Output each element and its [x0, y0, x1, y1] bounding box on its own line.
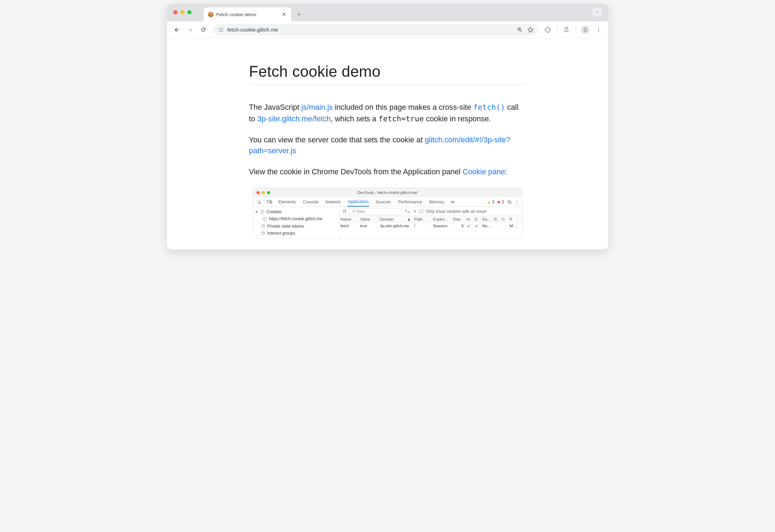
pst-tree-node[interactable]: Private state tokens — [255, 223, 337, 230]
refresh-cookies-icon[interactable] — [342, 209, 347, 214]
page-content: Fetch cookie demo The JavaScript js/main… — [167, 38, 608, 249]
devtools-menu-icon[interactable]: ⋮ — [515, 200, 519, 204]
svg-rect-13 — [267, 200, 270, 202]
avatar-icon — [581, 26, 589, 34]
tab-console[interactable]: Console — [302, 197, 319, 207]
forward-button[interactable] — [185, 24, 196, 35]
cookie-icon — [263, 217, 267, 221]
svg-point-21 — [265, 218, 265, 219]
cookie-favicon-icon: 🍪 — [208, 12, 214, 17]
site-settings-icon[interactable] — [218, 27, 224, 33]
svg-point-0 — [219, 28, 220, 29]
svg-rect-1 — [220, 28, 223, 29]
page-title: Fetch cookie demo — [249, 63, 526, 80]
close-window-button[interactable] — [173, 10, 178, 14]
cookies-panel: Filter ≡✕ ✕ Only show cookies with an is… — [339, 207, 522, 238]
close-tab-button[interactable]: ✕ — [280, 11, 288, 18]
devtools-tabbar: Elements Console Network Application Sou… — [253, 197, 522, 207]
cookie-host-row[interactable]: https://fetch-cookie.glitch.me — [255, 215, 337, 222]
svg-point-9 — [598, 28, 599, 28]
device-toggle-icon[interactable] — [267, 200, 272, 204]
cookie-filter-input[interactable]: Filter — [349, 208, 402, 215]
clear-filter-icon[interactable]: ≡✕ — [405, 208, 410, 214]
extensions-button[interactable] — [542, 24, 554, 35]
more-tabs-icon[interactable]: ≫ — [450, 200, 455, 204]
profile-button[interactable] — [580, 24, 591, 35]
minimize-window-button[interactable] — [180, 10, 185, 14]
cookie-code: fetch=true — [379, 114, 424, 123]
devtools-screenshot: DevTools - fetch-cookie.glitch.me/ Eleme… — [253, 188, 523, 239]
issues-badge[interactable]: ◉3 — [497, 200, 504, 204]
fetch-code[interactable]: fetch() — [473, 103, 505, 112]
svg-point-2 — [222, 31, 223, 32]
intro-paragraph: The JavaScript js/main.js included on th… — [249, 102, 526, 125]
mainjs-link[interactable]: js/main.js — [301, 103, 333, 112]
svg-rect-14 — [270, 201, 272, 203]
filter-icon — [352, 210, 355, 213]
tab-overflow-button[interactable] — [592, 8, 602, 16]
devtools-paragraph: View the cookie in Chrome DevTools from … — [249, 167, 526, 178]
labs-button[interactable] — [561, 24, 572, 35]
tab-performance[interactable]: Performance — [397, 197, 423, 207]
settings-gear-icon[interactable] — [507, 200, 512, 204]
tab-elements[interactable]: Elements — [278, 197, 297, 207]
tab-title: Fetch cookie demo — [216, 12, 256, 17]
svg-point-11 — [598, 31, 599, 32]
zoom-window-button[interactable] — [187, 10, 192, 14]
window-controls — [173, 10, 192, 14]
reload-button[interactable] — [198, 24, 209, 35]
filter-placeholder: Filter — [357, 209, 365, 214]
database-icon — [261, 231, 265, 235]
chrome-menu-button[interactable] — [593, 24, 604, 35]
devtools-zoom-button[interactable] — [267, 191, 270, 194]
cookie-icon — [260, 210, 265, 214]
svg-point-8 — [584, 28, 586, 30]
svg-point-23 — [262, 225, 264, 226]
svg-point-19 — [263, 217, 266, 221]
tab-strip: 🍪 Fetch cookie demo ✕ — [167, 4, 608, 21]
svg-point-20 — [264, 218, 264, 219]
svg-point-24 — [262, 232, 264, 233]
server-code-paragraph: You can view the server code that sets t… — [249, 135, 526, 157]
shared-storage-tree-node[interactable]: ▶ Shared storage — [255, 237, 337, 238]
cookies-tree-node[interactable]: ▼ Cookies — [255, 208, 337, 215]
svg-line-5 — [521, 31, 522, 32]
devtools-title-text: DevTools - fetch-cookie.glitch.me/ — [358, 190, 418, 195]
application-sidebar: ▼ Cookies https://fetch-cookie.glitch.me — [253, 207, 339, 238]
cookie-table-header: Name Value Domain ▲ Path Expire... Size … — [339, 216, 522, 223]
inspect-icon[interactable] — [256, 200, 261, 204]
svg-point-16 — [261, 211, 262, 212]
svg-rect-3 — [219, 31, 221, 31]
url-text: fetch-cookie.glitch.me — [227, 27, 512, 33]
database-icon — [261, 224, 265, 228]
new-tab-button[interactable] — [294, 9, 304, 19]
svg-point-15 — [261, 210, 264, 214]
chrome-window: 🍪 Fetch cookie demo ✕ fetch-cookie.glitc… — [167, 4, 609, 250]
interest-groups-tree-node[interactable]: Interest groups — [255, 230, 337, 237]
toolbar: fetch-cookie.glitch.me — [167, 21, 608, 38]
svg-point-18 — [262, 212, 262, 213]
bookmark-star-icon[interactable] — [526, 25, 535, 35]
devtools-close-button[interactable] — [256, 191, 260, 194]
cookie-pane-link[interactable]: Cookie pane — [463, 168, 505, 176]
tab-memory[interactable]: Memory — [428, 197, 445, 207]
back-button[interactable] — [171, 24, 182, 35]
devtools-titlebar: DevTools - fetch-cookie.glitch.me/ — [253, 188, 522, 197]
tab-network[interactable]: Network — [325, 197, 342, 207]
svg-point-22 — [265, 220, 265, 220]
devtools-minimize-button[interactable] — [262, 191, 265, 194]
svg-point-17 — [262, 211, 263, 211]
tab-application[interactable]: Application — [347, 197, 369, 207]
browser-tab[interactable]: 🍪 Fetch cookie demo ✕ — [203, 7, 291, 21]
only-issue-checkbox[interactable] — [419, 209, 423, 213]
fetch-endpoint-link[interactable]: 3p-site.glitch.me/fetch — [257, 115, 330, 123]
zoom-icon[interactable] — [515, 25, 525, 35]
address-bar[interactable]: fetch-cookie.glitch.me — [213, 24, 538, 36]
svg-point-10 — [598, 29, 599, 30]
cookie-table-row[interactable]: fetch true 3p-site.glitch.me / Session 9… — [339, 223, 522, 230]
only-issue-label: Only show cookies with an issue — [426, 209, 487, 214]
warnings-badge[interactable]: ▲3 — [487, 200, 494, 204]
tab-sources[interactable]: Sources — [375, 197, 392, 207]
clear-all-icon[interactable]: ✕ — [413, 209, 416, 214]
toolbar-separator — [557, 26, 557, 33]
